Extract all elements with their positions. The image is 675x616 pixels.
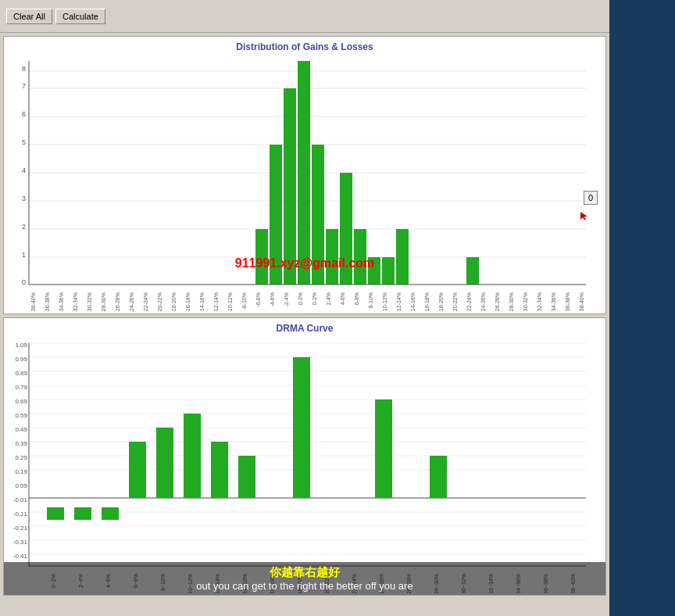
- svg-text:0.19: 0.19: [15, 468, 27, 475]
- subtitle-bar: 你越靠右越好 out you can get to the right the …: [4, 562, 605, 595]
- svg-text:3: 3: [22, 195, 26, 202]
- svg-text:2-4%: 2-4%: [326, 292, 331, 305]
- bar-31: [466, 257, 479, 285]
- gains-losses-title: Distribution of Gains & Losses: [4, 37, 605, 54]
- svg-text:0.29: 0.29: [15, 454, 27, 461]
- drma-title: DRMA Curve: [4, 318, 605, 335]
- svg-text:4: 4: [22, 167, 26, 174]
- svg-text:-30-32%: -30-32%: [87, 292, 92, 312]
- bar-25: [382, 257, 395, 285]
- svg-text:-6-8%: -6-8%: [255, 292, 261, 307]
- svg-text:-26-28%: -26-28%: [115, 292, 120, 312]
- svg-text:-0.21: -0.21: [13, 525, 28, 532]
- right-panel: [609, 0, 675, 616]
- svg-text:-4-6%: -4-6%: [270, 292, 275, 307]
- bar-23: [354, 229, 366, 285]
- charts-area: Distribution of Gains & Losses 0 1 2 3 4: [0, 33, 609, 616]
- svg-text:34-36%: 34-36%: [551, 292, 556, 311]
- svg-text:-24-26%: -24-26%: [129, 292, 134, 312]
- clear-all-button[interactable]: Clear All: [6, 9, 52, 24]
- svg-text:26-28%: 26-28%: [495, 292, 500, 311]
- drma-bar-8: [238, 456, 255, 498]
- bar-26: [396, 229, 409, 285]
- svg-text:1.09: 1.09: [15, 342, 27, 349]
- svg-text:-0.01: -0.01: [13, 496, 28, 503]
- svg-text:0.09: 0.09: [15, 482, 27, 489]
- drma-bar-5: [156, 428, 173, 498]
- drma-bar-3: [102, 507, 119, 520]
- svg-text:7: 7: [22, 82, 26, 90]
- svg-text:36-38%: 36-38%: [565, 292, 570, 311]
- svg-text:24-26%: 24-26%: [480, 292, 486, 311]
- svg-text:22-24%: 22-24%: [466, 292, 472, 311]
- svg-text:28-30%: 28-30%: [509, 292, 514, 311]
- svg-text:0: 0: [22, 278, 26, 286]
- gains-losses-chart: Distribution of Gains & Losses 0 1 2 3 4: [3, 36, 606, 314]
- svg-text:12-14%: 12-14%: [396, 292, 402, 311]
- svg-text:38-40%: 38-40%: [579, 292, 584, 311]
- svg-text:-32-34%: -32-34%: [73, 292, 78, 312]
- svg-text:16-18%: 16-18%: [424, 292, 430, 311]
- svg-text:-20-22%: -20-22%: [157, 292, 162, 312]
- drma-bar-2: [74, 507, 91, 520]
- svg-text:0-2%: 0-2%: [298, 292, 303, 305]
- bar-16: [255, 229, 268, 285]
- svg-text:-22-24%: -22-24%: [143, 292, 148, 312]
- cursor-indicator: [579, 210, 588, 220]
- subtitle-chinese: 你越靠右越好: [10, 565, 599, 580]
- svg-text:2: 2: [22, 223, 26, 231]
- svg-text:0.39: 0.39: [15, 440, 27, 447]
- svg-text:-8-10%: -8-10%: [241, 292, 247, 310]
- svg-text:8: 8: [22, 65, 26, 73]
- bar-19: [298, 61, 310, 285]
- svg-text:0.99: 0.99: [15, 356, 27, 363]
- svg-text:4-6%: 4-6%: [340, 292, 345, 305]
- svg-text:20-22%: 20-22%: [452, 292, 458, 311]
- calculate-button[interactable]: Calculate: [55, 9, 105, 24]
- drma-svg-wrap: 1.09 0.99 0.89 0.79 0.69 0.59 0.49 0.39 …: [4, 335, 605, 595]
- svg-text:-10-12%: -10-12%: [227, 292, 233, 312]
- svg-text:-16-18%: -16-18%: [185, 292, 191, 312]
- bar-22: [340, 173, 352, 285]
- svg-text:0.79: 0.79: [15, 384, 27, 391]
- drma-bar-1: [47, 507, 64, 520]
- subtitle-english: out you can get to the right the better …: [10, 580, 599, 592]
- svg-text:-18-20%: -18-20%: [171, 292, 177, 312]
- svg-text:5: 5: [22, 138, 26, 146]
- drma-bar-11: [430, 456, 447, 498]
- svg-text:-0.31: -0.31: [13, 539, 28, 546]
- drma-bar-4: [129, 442, 146, 498]
- svg-text:-14-16%: -14-16%: [199, 292, 205, 312]
- svg-text:32-34%: 32-34%: [537, 292, 542, 311]
- svg-text:0.69: 0.69: [15, 398, 27, 405]
- drma-bar-6: [184, 414, 201, 498]
- svg-text:-0.41: -0.41: [13, 553, 28, 560]
- svg-text:14-16%: 14-16%: [410, 292, 416, 311]
- svg-text:0.49: 0.49: [15, 426, 27, 433]
- svg-text:18-20%: 18-20%: [438, 292, 444, 311]
- svg-text:8-10%: 8-10%: [368, 292, 373, 308]
- svg-text:10-12%: 10-12%: [382, 292, 388, 311]
- svg-text:0-2%: 0-2%: [312, 292, 317, 305]
- svg-text:-0.11: -0.11: [13, 510, 28, 518]
- drma-svg: 1.09 0.99 0.89 0.79 0.69 0.59 0.49 0.39 …: [4, 335, 594, 593]
- svg-text:-28-30%: -28-30%: [101, 292, 106, 312]
- bar-20: [312, 145, 324, 285]
- svg-text:-34-36%: -34-36%: [59, 292, 64, 312]
- drma-bar-7: [211, 442, 228, 498]
- bar-21: [326, 229, 338, 285]
- svg-text:6: 6: [22, 110, 26, 118]
- gains-losses-svg: 0 1 2 3 4 5 6 7 8: [4, 54, 594, 312]
- svg-text:-36-38%: -36-38%: [45, 292, 50, 312]
- drma-bar-9: [293, 357, 310, 498]
- gains-losses-svg-wrap: 0 1 2 3 4 5 6 7 8: [4, 54, 605, 313]
- svg-text:-12-14%: -12-14%: [213, 292, 219, 312]
- svg-text:1: 1: [22, 251, 26, 259]
- bar-24: [368, 257, 380, 285]
- svg-text:-2-4%: -2-4%: [284, 292, 289, 307]
- svg-text:0.59: 0.59: [15, 412, 27, 419]
- tooltip-badge: 0: [584, 191, 598, 205]
- bar-17: [270, 145, 282, 285]
- svg-text:30-32%: 30-32%: [523, 292, 528, 311]
- svg-text:6-8%: 6-8%: [354, 292, 359, 305]
